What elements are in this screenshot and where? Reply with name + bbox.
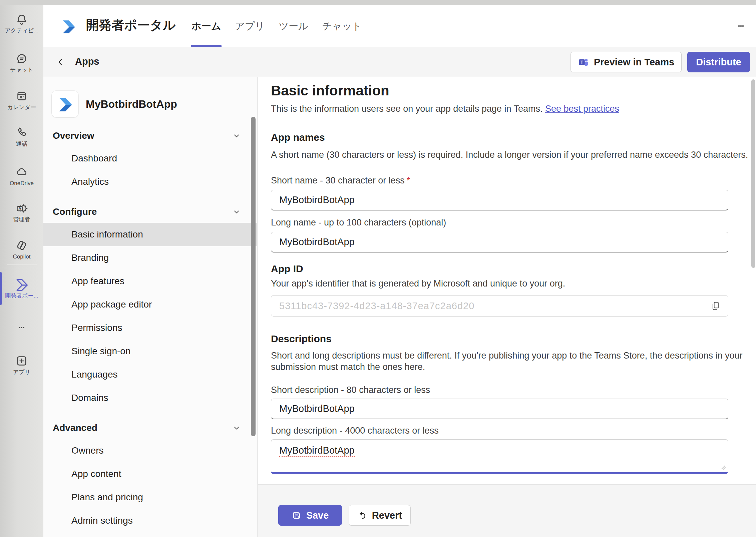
tab-apps[interactable]: アプリ — [234, 5, 265, 47]
nav-item-analytics[interactable]: Analytics — [43, 170, 257, 193]
rail-item-label: チャット — [10, 67, 33, 73]
nav-item-app-content[interactable]: App content — [43, 462, 257, 486]
chat-bubble-icon — [15, 52, 28, 65]
activity-bell-icon — [15, 13, 28, 26]
nav-item-domains[interactable]: Domains — [43, 386, 257, 410]
nav-item-label: Single sign-on — [71, 346, 130, 357]
chevron-down-icon — [232, 131, 241, 140]
nav-section-overview[interactable]: Overview — [43, 125, 257, 147]
portal-header: 開発者ポータル ホーム アプリ ツール チャット — [43, 5, 756, 47]
nav-item-owners[interactable]: Owners — [43, 439, 257, 462]
copilot-icon — [15, 239, 28, 252]
nav-item-single-sign-on[interactable]: Single sign-on — [43, 340, 257, 363]
tab-tools[interactable]: ツール — [278, 5, 309, 47]
rail-item-chat[interactable]: チャット — [0, 52, 43, 73]
dev-portal-logo — [60, 18, 77, 35]
resize-handle[interactable] — [720, 464, 726, 470]
nav-item-label: Languages — [71, 369, 118, 380]
nav-section-label: Configure — [53, 206, 97, 217]
nav-item-dashboard[interactable]: Dashboard — [43, 147, 257, 170]
app-name: MyBotbirdBotApp — [86, 98, 177, 110]
page-intro: This is the information users see on you… — [271, 103, 756, 114]
see-best-practices-link[interactable]: See best practices — [545, 104, 619, 114]
nav-item-label: Dashboard — [71, 153, 117, 164]
teams-dev-portal-window: アクティビ... チャット — [0, 0, 756, 537]
app-id-field: 5311bc43-7392-4d23-a148-37ea7c2a6d20 — [271, 295, 728, 317]
nav-item-label: Plans and pricing — [71, 492, 143, 503]
nav-item-languages[interactable]: Languages — [43, 363, 257, 386]
nav-item-app-features[interactable]: App features — [43, 270, 257, 293]
rail-item-label: アクティビ... — [5, 27, 38, 34]
chevron-down-icon — [232, 207, 241, 216]
nav-item-branding[interactable]: Branding — [43, 246, 257, 270]
rail-item-label: 開発者ポー... — [5, 293, 38, 299]
back-chevron-icon[interactable] — [55, 57, 65, 67]
rail-item-dev-portal[interactable]: 開発者ポー... — [0, 278, 43, 299]
revert-icon — [357, 510, 367, 520]
rail-item-onedrive[interactable]: OneDrive — [0, 165, 43, 187]
app-names-heading: App names — [271, 131, 756, 144]
long-description-textarea[interactable]: MyBotbirdBotApp — [271, 439, 728, 474]
rail-item-activity[interactable]: アクティビ... — [0, 13, 43, 34]
nav-item-plans-and-pricing[interactable]: Plans and pricing — [43, 486, 257, 509]
app-header: MyBotbirdBotApp — [52, 91, 257, 117]
nav-item-label: App package editor — [71, 299, 152, 310]
rail-item-apps[interactable]: アプリ — [0, 354, 43, 376]
breadcrumb[interactable]: Apps — [75, 56, 99, 67]
nav-item-admin-settings[interactable]: Admin settings — [43, 509, 257, 532]
rail-item-label: 管理者 — [13, 216, 30, 223]
tab-label: アプリ — [235, 20, 265, 33]
save-bar: Save Revert — [258, 484, 756, 537]
teams-app-rail: アクティビ... チャット — [0, 5, 43, 537]
app-nav-sidebar: MyBotbirdBotApp Overview Dashboard Analy… — [43, 77, 258, 537]
cloud-icon — [15, 165, 28, 179]
tab-label: ホーム — [192, 20, 221, 33]
nav-item-app-package-editor[interactable]: App package editor — [43, 293, 257, 316]
revert-button[interactable]: Revert — [349, 505, 411, 526]
copy-icon[interactable] — [709, 300, 722, 312]
nav-item-basic-information[interactable]: Basic information — [43, 223, 257, 246]
nav-item-label: Analytics — [71, 176, 109, 187]
app-id-description: Your app's identifier that is generated … — [271, 278, 756, 289]
more-dots-icon — [16, 321, 27, 334]
calendar-icon — [15, 89, 28, 103]
app-names-description: A short name (30 characters or less) is … — [271, 149, 756, 160]
save-button[interactable]: Save — [278, 505, 342, 526]
long-description-value: MyBotbirdBotApp — [279, 445, 355, 457]
nav-item-label: App content — [71, 469, 121, 479]
rail-item-label: OneDrive — [10, 180, 34, 187]
header-tabs: ホーム アプリ ツール チャット — [191, 5, 362, 47]
rail-item-more[interactable] — [0, 321, 43, 334]
nav-section-advanced[interactable]: Advanced — [43, 417, 257, 439]
rail-item-label: 通話 — [16, 141, 27, 147]
rail-item-admin[interactable]: A 管理者 — [0, 201, 43, 223]
app-id-heading: App ID — [271, 262, 756, 275]
main-scrollbar[interactable] — [751, 79, 755, 268]
nav-section-configure[interactable]: Configure — [43, 201, 257, 223]
rail-item-label: カレンダー — [7, 104, 36, 111]
preview-in-teams-button[interactable]: Preview in Teams — [571, 52, 682, 72]
preview-button-label: Preview in Teams — [594, 57, 674, 68]
long-name-label: Long name - up to 100 characters (option… — [271, 217, 756, 228]
rail-item-calendar[interactable]: カレンダー — [0, 89, 43, 111]
tab-chat[interactable]: チャット — [322, 5, 363, 47]
rail-item-label: Copilot — [13, 253, 31, 260]
required-asterisk: * — [407, 175, 410, 185]
nav-item-permissions[interactable]: Permissions — [43, 316, 257, 340]
tab-label: ツール — [279, 20, 308, 33]
nav-item-label: Owners — [71, 445, 103, 456]
header-more-button[interactable] — [735, 22, 747, 30]
distribute-button[interactable]: Distribute — [687, 52, 750, 72]
long-description-label: Long description - 4000 characters or le… — [271, 425, 756, 436]
long-name-input[interactable] — [271, 232, 728, 252]
window-title-strip — [0, 0, 756, 5]
sidebar-scrollbar[interactable] — [251, 117, 256, 436]
tab-home[interactable]: ホーム — [191, 5, 222, 47]
rail-item-copilot[interactable]: Copilot — [0, 239, 43, 260]
nav-item-label: Admin settings — [71, 515, 133, 526]
short-name-label: Short name - 30 character or less* — [271, 175, 756, 186]
revert-button-label: Revert — [372, 510, 402, 521]
rail-item-calls[interactable]: 通話 — [0, 126, 43, 147]
short-description-input[interactable] — [271, 399, 728, 419]
short-name-input[interactable] — [271, 190, 728, 210]
